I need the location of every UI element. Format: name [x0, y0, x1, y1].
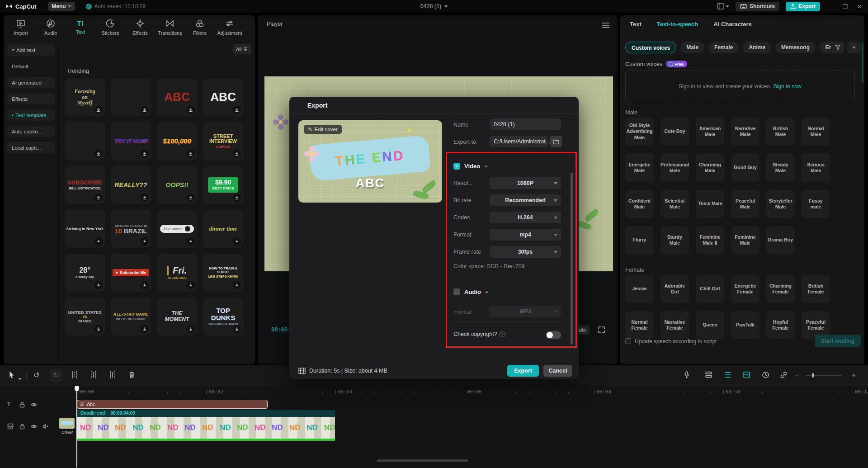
- voice-chip[interactable]: Energetic Female: [731, 275, 760, 303]
- split-left-button[interactable]: [90, 371, 97, 381]
- setting-dropdown-resol-[interactable]: 1080P: [490, 177, 561, 189]
- template-card[interactable]: ABC: [157, 78, 197, 116]
- sidebar-item-effects[interactable]: Effects: [7, 93, 55, 104]
- lock-icon[interactable]: [19, 402, 25, 410]
- download-icon[interactable]: [187, 281, 195, 289]
- download-icon[interactable]: [94, 281, 103, 289]
- audio-checkbox[interactable]: [453, 288, 460, 295]
- media-tab-stickers[interactable]: Stickers: [98, 19, 123, 41]
- media-tab-audio[interactable]: Audio: [38, 19, 63, 41]
- timeline-scrollbar[interactable]: [377, 459, 468, 462]
- template-card[interactable]: $100,000: [157, 122, 197, 160]
- voice-chip[interactable]: Scientist Male: [660, 190, 689, 218]
- filter-chip-female[interactable]: Female: [708, 42, 739, 53]
- sidebar-item-default[interactable]: Default: [7, 61, 55, 72]
- shortcuts-button[interactable]: Shortcuts: [736, 2, 779, 11]
- split-button[interactable]: [71, 371, 78, 381]
- export-path-input[interactable]: C:/Users/Administrat...: [490, 136, 547, 147]
- download-icon[interactable]: [233, 106, 241, 114]
- download-icon[interactable]: [94, 150, 103, 158]
- media-tab-text[interactable]: TIText: [68, 19, 93, 41]
- timeline-ruler[interactable]: 00:0000:0200:0400:0600:0800:1000:12: [0, 386, 868, 399]
- voice-filter-button[interactable]: [831, 42, 844, 53]
- select-tool-button[interactable]: [8, 371, 15, 381]
- voice-chip[interactable]: British Female: [802, 275, 830, 303]
- audio-section-header[interactable]: Audio: [453, 288, 489, 295]
- fullscreen-icon[interactable]: [598, 326, 605, 333]
- template-card[interactable]: UNITED STATESVSFRANCE: [65, 298, 105, 336]
- voice-chip[interactable]: Sturdy Male: [660, 226, 689, 254]
- download-icon[interactable]: [187, 106, 195, 114]
- download-icon[interactable]: [233, 194, 241, 202]
- template-card[interactable]: dinner time: [203, 210, 243, 248]
- voice-chip[interactable]: Professional Male: [660, 154, 689, 182]
- download-icon[interactable]: [94, 194, 103, 202]
- project-title[interactable]: 0428 (1): [420, 3, 448, 9]
- delete-button[interactable]: [128, 371, 135, 381]
- template-card[interactable]: SUBSCRIBEBELL NOTIFICATION: [65, 166, 105, 204]
- template-card[interactable]: ALL-STAR GAMEWEEKEND SUMMIT: [111, 298, 151, 336]
- zoom-out-button[interactable]: −: [795, 371, 799, 380]
- template-card[interactable]: HOW TO TRAIN A SHOOTLIKE STEPS KEVIN!: [203, 254, 243, 292]
- voice-chip[interactable]: Flurry: [625, 226, 654, 254]
- start-reading-button[interactable]: Start reading: [815, 335, 861, 347]
- template-card[interactable]: AMAZING PLACES IN10 BRAZIL: [111, 210, 151, 248]
- voice-chip[interactable]: Peaceful Male: [731, 190, 760, 218]
- download-icon[interactable]: [233, 281, 241, 289]
- template-card[interactable]: TOPDUNKS2022-2023 SEASON: [203, 298, 243, 336]
- export-button[interactable]: Export: [786, 2, 820, 11]
- voice-chip[interactable]: British Male: [766, 118, 795, 146]
- voice-chip[interactable]: Confident Male: [625, 190, 654, 218]
- download-icon[interactable]: [233, 237, 241, 246]
- setting-dropdown-format[interactable]: mp4: [490, 229, 561, 241]
- download-icon[interactable]: [187, 194, 195, 202]
- setting-dropdown-bit-rate[interactable]: Recommended: [490, 194, 561, 206]
- download-icon[interactable]: [94, 106, 103, 114]
- edit-cover-button[interactable]: ✎ Edit cover: [304, 125, 342, 134]
- eye-icon[interactable]: [31, 402, 37, 410]
- template-card[interactable]: STREETINTERVIEW#CAPCUT: [203, 122, 243, 160]
- tab-text[interactable]: Text: [630, 21, 642, 28]
- media-tab-adjustment[interactable]: Adjustment: [217, 19, 242, 41]
- voice-chip[interactable]: Thick Male: [696, 190, 724, 218]
- media-tab-import[interactable]: Import: [8, 19, 33, 41]
- video-checkbox[interactable]: ✓: [453, 163, 460, 170]
- doodle-clip[interactable]: Doodle end 00:00:04:03 NDNDNDNDNDNDNDNDN…: [77, 410, 335, 441]
- download-icon[interactable]: [141, 281, 149, 289]
- mute-icon[interactable]: [42, 423, 49, 431]
- template-card[interactable]: TRY IT NOW!: [111, 122, 151, 160]
- undo-button[interactable]: ↺: [33, 371, 39, 380]
- voice-chip[interactable]: Feminine Male II: [696, 226, 724, 254]
- track-height-small-button[interactable]: [724, 371, 731, 381]
- voice-chip[interactable]: Jessie: [625, 275, 654, 303]
- template-card[interactable]: User name: [157, 210, 197, 248]
- download-icon[interactable]: [187, 150, 195, 158]
- copyright-toggle[interactable]: [546, 331, 561, 339]
- voice-chip[interactable]: Cute Boy: [660, 118, 689, 146]
- template-card[interactable]: FocusingonMyself: [65, 78, 105, 116]
- filter-all-button[interactable]: All: [233, 44, 251, 54]
- voice-chip[interactable]: Charming Male: [696, 154, 724, 182]
- template-card[interactable]: 28°a sunny day: [65, 254, 105, 292]
- sidebar-item-local-capti-[interactable]: Local capti...: [7, 142, 55, 153]
- close-button[interactable]: ✕: [855, 3, 863, 10]
- cover-widget[interactable]: Cover: [59, 418, 75, 435]
- preview-axis-button[interactable]: [762, 371, 769, 381]
- dialog-export-button[interactable]: Export: [507, 365, 539, 377]
- eye-icon[interactable]: [31, 423, 37, 431]
- filter-chip-memesong[interactable]: Memesong: [775, 42, 816, 53]
- link-button[interactable]: [780, 371, 787, 381]
- video-section-header[interactable]: ✓ Video: [453, 163, 488, 170]
- voice-chip[interactable]: Fussy male: [802, 190, 830, 218]
- select-tool-caret[interactable]: [18, 373, 22, 383]
- dialog-scrollbar[interactable]: [571, 173, 573, 345]
- download-icon[interactable]: [141, 325, 149, 333]
- download-icon[interactable]: [94, 325, 103, 333]
- download-icon[interactable]: [233, 150, 241, 158]
- voice-chip[interactable]: Good Guy: [731, 154, 760, 182]
- panel-scrollbar[interactable]: [862, 43, 863, 83]
- template-card[interactable]: Subscribe Me: [111, 254, 151, 292]
- dialog-cancel-button[interactable]: Cancel: [543, 365, 572, 377]
- template-card[interactable]: Arriving in New York: [65, 210, 105, 248]
- filter-chip-male[interactable]: Male: [680, 42, 704, 53]
